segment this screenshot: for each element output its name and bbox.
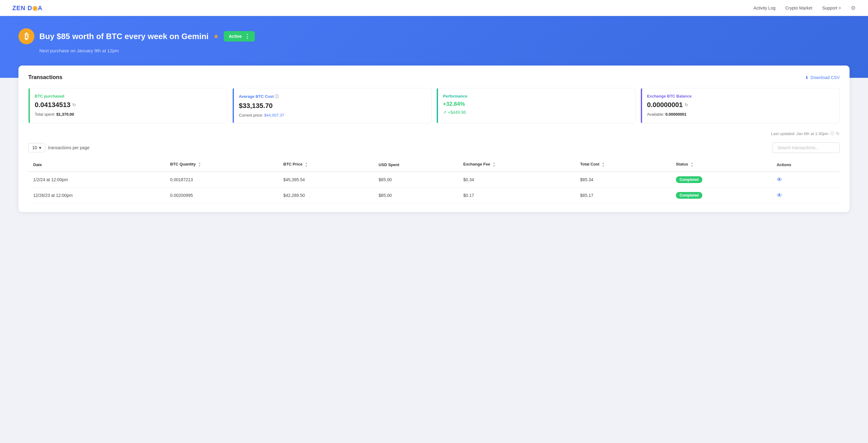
logo: ZEN D◉A [12,4,42,12]
cell-usd-spent: $85.00 [374,188,458,203]
stat-label-performance: Performance [443,94,629,98]
table-body: 1/2/24 at 12:00pm 0.00187213 $45,395.54 … [28,172,840,203]
header: ZEN D◉A Activity Log Crypto Market Suppo… [0,0,868,16]
nav-support[interactable]: Support > [822,5,841,10]
nav-crypto-market[interactable]: Crypto Market [785,5,812,10]
sort-arrows-status[interactable]: ▲▼ [690,161,693,168]
col-header-usd-spent: USD Spent [374,158,458,172]
last-updated: Last updated: Jan 6th at 1:30pm ⓘ ↻ [28,131,840,136]
stat-value-performance: +32.84% [443,101,629,107]
main-content: Transactions ⬇ Download CSV BTC purchase… [19,65,849,212]
cell-status: Completed [671,172,772,188]
view-action-icon[interactable]: 👁 [777,192,782,199]
transactions-title: Transactions [28,74,62,81]
col-header-exchange-fee: Exchange Fee ▲▼ [458,158,575,172]
logo-accent: ◉ [32,5,38,11]
col-header-actions: Actions [772,158,840,172]
status-badge: Completed [676,192,702,199]
stat-label-avg-cost: Average BTC Cost ⓘ [239,94,425,99]
stat-value-btc-purchased: 0.04134513 ↻ [35,101,221,109]
chevron-down-icon: ▾ [39,145,41,150]
stat-sub-avg-cost: Current price: $44,007.37 [239,113,425,118]
per-page-select-box[interactable]: 10 ▾ [28,143,45,152]
last-updated-info-icon[interactable]: ⓘ [830,131,834,136]
col-header-status: Status ▲▼ [671,158,772,172]
stat-label-exchange-balance: Exchange BTC Balance [647,94,833,98]
cell-actions: 👁 [772,172,840,188]
favorite-star-icon[interactable]: ★ [213,33,219,40]
more-options-icon[interactable]: ⋮ [244,33,250,40]
stat-card-exchange-balance: Exchange BTC Balance 0.00000001 ↻ Availa… [641,88,840,123]
download-icon: ⬇ [805,75,809,80]
table-header: Date BTC Quantity ▲▼ BTC Price ▲▼ USD Sp… [28,158,840,172]
transactions-card: Transactions ⬇ Download CSV BTC purchase… [19,65,849,212]
table-row: 1/2/24 at 12:00pm 0.00187213 $45,395.54 … [28,172,840,188]
table-row: 12/26/23 at 12:00pm 0.00200995 $42,289.5… [28,188,840,203]
sort-arrows-exchange-fee[interactable]: ▲▼ [492,161,495,168]
stat-card-performance: Performance +32.84% ↗ +$449.96 [436,88,636,123]
settings-icon[interactable]: ⚙ [851,5,856,11]
stat-value-avg-cost: $33,135.70 [239,102,425,110]
refresh-icon-balance[interactable]: ↻ [684,102,688,107]
btc-icon: ₿ [19,28,34,44]
status-badge: Completed [676,176,702,183]
cell-exchange-fee: $0.34 [458,172,575,188]
cell-total-cost: $85.17 [576,188,671,203]
active-label: Active [229,34,242,39]
cell-usd-spent: $85.00 [374,172,458,188]
hero-subtitle: Next purchase on January 9th at 12pm [39,48,849,53]
cell-btc-price: $42,289.50 [278,188,374,203]
sort-arrows-btc-quantity[interactable]: ▲▼ [198,161,201,168]
table-controls: 10 ▾ transactions per page [28,142,840,153]
view-action-icon[interactable]: 👁 [777,177,782,183]
col-header-btc-quantity: BTC Quantity ▲▼ [165,158,278,172]
transactions-header: Transactions ⬇ Download CSV [28,74,840,81]
table-header-row: Date BTC Quantity ▲▼ BTC Price ▲▼ USD Sp… [28,158,840,172]
refresh-icon[interactable]: ↻ [72,102,76,107]
col-header-btc-price: BTC Price ▲▼ [278,158,374,172]
stat-card-avg-cost: Average BTC Cost ⓘ $33,135.70 Current pr… [232,88,432,123]
trend-up-icon: ↗ [443,110,446,115]
transactions-table: Date BTC Quantity ▲▼ BTC Price ▲▼ USD Sp… [28,158,840,203]
stats-row: BTC purchased 0.04134513 ↻ Total spent: … [28,88,840,123]
cell-btc-price: $45,395.54 [278,172,374,188]
cell-total-cost: $85.34 [576,172,671,188]
sort-arrows-total-cost[interactable]: ▲▼ [602,161,605,168]
hero-title: Buy $85 worth of BTC every week on Gemin… [39,32,208,41]
cell-actions: 👁 [772,188,840,203]
nav: Activity Log Crypto Market Support > ⚙ [753,5,856,11]
info-icon[interactable]: ⓘ [275,94,279,99]
per-page-control: 10 ▾ transactions per page [28,143,89,152]
hero-title-row: ₿ Buy $85 worth of BTC every week on Gem… [19,28,849,44]
stat-label-btc-purchased: BTC purchased [35,94,221,98]
sort-arrows-btc-price[interactable]: ▲▼ [305,161,308,168]
nav-activity-log[interactable]: Activity Log [753,5,775,10]
cell-exchange-fee: $0.17 [458,188,575,203]
cell-btc-quantity: 0.00200995 [165,188,278,203]
last-updated-refresh-icon[interactable]: ↻ [836,131,840,136]
cell-date: 12/26/23 at 12:00pm [28,188,165,203]
cell-date: 1/2/24 at 12:00pm [28,172,165,188]
per-page-label: transactions per page [48,145,90,150]
stat-value-exchange-balance: 0.00000001 ↻ [647,101,833,109]
stat-card-btc-purchased: BTC purchased 0.04134513 ↻ Total spent: … [28,88,227,123]
stat-sub-exchange-balance: Available: 0.00000001 [647,112,833,117]
per-page-value: 10 [32,145,37,150]
download-csv-button[interactable]: ⬇ Download CSV [805,75,840,80]
cell-status: Completed [671,188,772,203]
download-csv-label: Download CSV [810,75,840,80]
stat-sub-performance: ↗ +$449.96 [443,110,629,115]
cell-btc-quantity: 0.00187213 [165,172,278,188]
stat-sub-btc-purchased: Total spent: $1,370.00 [35,112,221,117]
active-badge[interactable]: Active ⋮ [224,31,254,41]
col-header-date: Date [28,158,165,172]
search-input[interactable] [772,142,840,153]
col-header-total-cost: Total Cost ▲▼ [576,158,671,172]
